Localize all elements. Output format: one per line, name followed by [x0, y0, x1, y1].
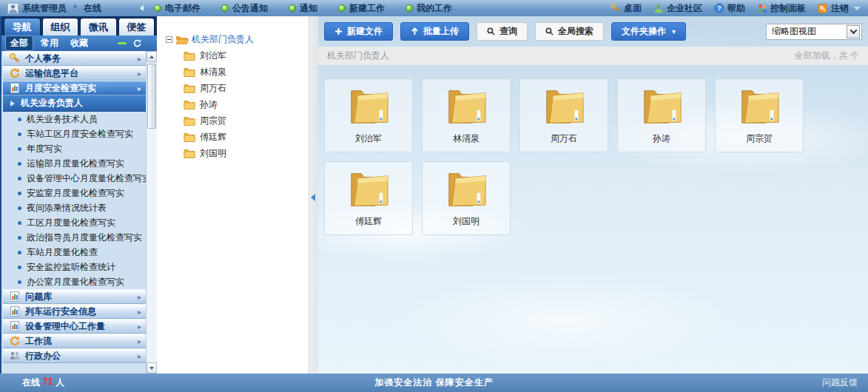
sidebar-menu-row[interactable]: 运输部月度量化检查写实 ▸ [3, 156, 146, 171]
topbar-menu-item[interactable]: 我的工作 [406, 2, 452, 15]
folder-card[interactable]: 周万石 [519, 78, 608, 152]
sidebar-menu-label: 设备管理中心月度量化检查写实 [27, 172, 146, 185]
sidebar-menu-row[interactable]: 机关业务负责人 ▸ [3, 95, 146, 112]
minimize-icon[interactable] [118, 42, 127, 44]
sidebar-menu-row[interactable]: 年度写实 ▸ [3, 141, 146, 156]
selected-arrow-icon [10, 101, 15, 107]
toolbar-button[interactable]: 批量上传 ▾ [400, 22, 469, 41]
help-icon: ? [714, 3, 724, 13]
refresh-icon[interactable] [132, 39, 141, 48]
topbar-right-item[interactable]: ? 注销 [818, 2, 849, 15]
sidebar-menu-row[interactable]: 设备管理中心工作量 ▸ [3, 319, 146, 334]
safety-slogan: 加强安全法治 保障安全生产 [374, 376, 493, 389]
toolbar-button-label: 批量上传 [423, 25, 459, 38]
folder-grid: 刘治军 林清泉 [318, 65, 868, 249]
topbar-menu-item[interactable]: 新建工作 [338, 2, 385, 15]
sidebar-menu-row[interactable]: 个人事务 ▸ [3, 51, 146, 66]
scroll-down-button[interactable] [147, 362, 157, 374]
folder-icon [184, 84, 195, 93]
sidebar-menu-row[interactable]: 问题库 ▸ [3, 289, 146, 304]
sidebar-menu-label: 运输信息平台 [25, 67, 78, 80]
topbar-right-item[interactable]: ? 桌面 [610, 2, 642, 15]
tree-node[interactable]: 周宗贺 [157, 112, 309, 129]
sidebar-menu-row[interactable]: 夜间添乘情况统计表 ▸ [3, 200, 146, 215]
sidebar-scrollbar[interactable] [146, 51, 157, 374]
folder-card[interactable]: 周宗贺 [715, 78, 804, 152]
topbar-right-item[interactable]: ? 控制面板 [757, 2, 806, 15]
tree-node[interactable]: 刘国明 [157, 145, 309, 161]
sidebar-menu-row[interactable]: 运输信息平台 ▸ [3, 66, 146, 81]
tree-node[interactable]: 傅廷辉 [157, 129, 309, 145]
sidebar-menu-row[interactable]: 列车运行安全信息 ▸ [3, 304, 146, 319]
topbar-right-item[interactable]: ? 帮助 [714, 2, 745, 15]
sidebar-menu-row[interactable]: 办公室月度量化检查写实 ▸ [3, 274, 146, 289]
topbar-right-item[interactable]: ? 企业社区 [653, 2, 702, 15]
scroll-up-button[interactable] [147, 51, 157, 62]
sidebar-menu-row[interactable]: 安全监控监听检查统计 ▸ [3, 260, 146, 274]
sidebar-tab-label: 导航 [13, 21, 32, 34]
sidebar-tab[interactable]: 导航 [4, 18, 41, 36]
toolbar-button[interactable]: 查询 ▾ [477, 22, 528, 41]
scrollbar-thumb[interactable] [147, 64, 156, 129]
open-folder-icon [175, 35, 189, 44]
topbar-menu-item[interactable]: 电子邮件 [154, 2, 201, 15]
sidebar-tab-label: 微讯 [89, 21, 108, 34]
tree-collapse-icon[interactable] [166, 36, 172, 43]
topbar-menu-label: 我的工作 [417, 2, 452, 15]
chevron-right-icon: ▸ [138, 337, 141, 345]
collapse-left-icon[interactable] [140, 5, 144, 11]
chart-icon [9, 82, 21, 94]
sidebar-subtab[interactable]: 全部 [5, 36, 33, 51]
view-mode-select[interactable]: 缩略图视图 [766, 24, 862, 40]
sidebar-menu-row[interactable]: 机关业务技术人员 ▸ [3, 112, 146, 126]
sidebar-tab[interactable]: 便签 [118, 18, 155, 36]
online-status-label: 在线 [84, 2, 101, 15]
sidebar-menu-row[interactable]: 车站月度量化检查 ▸ [3, 245, 146, 260]
tree-root-node[interactable]: 机关部门负责人 [157, 31, 309, 47]
collapse-panel-icon[interactable] [311, 194, 315, 201]
sidebar-tab[interactable]: 组织 [42, 18, 79, 36]
panel-splitter[interactable] [309, 16, 318, 374]
feedback-link[interactable]: 问题反馈 [822, 376, 858, 389]
sidebar-menu-row[interactable]: 安监室月度量化检查写实 ▸ [3, 186, 146, 200]
sidebar-menu-row[interactable]: 工作流 ▸ [3, 334, 146, 348]
toolbar-button[interactable]: 新建文件 ▾ [324, 22, 393, 41]
sidebar-subtab[interactable]: 收藏 [66, 36, 92, 50]
sidebar-menu-row[interactable]: 设备管理中心月度量化检查写实 ▸ [3, 171, 146, 186]
tree-node[interactable]: 周万石 [157, 80, 309, 96]
topbar-menu-item[interactable]: 通知 [289, 2, 317, 15]
folder-card[interactable]: 孙涛 [617, 78, 706, 152]
topbar-menu-item[interactable]: 公告通知 [221, 2, 268, 15]
topbar-dropdown-caret-icon[interactable] [853, 7, 861, 10]
folder-icon [184, 51, 195, 61]
toolbar-button[interactable]: 全局搜索 ▾ [535, 22, 604, 41]
sidebar-menu-row[interactable]: 车站工区月度安全检查写实 ▸ [3, 126, 146, 141]
folder-card[interactable]: 刘治军 [324, 78, 413, 152]
sidebar-menu-row[interactable]: 政治指导员月度量化检查写实 ▸ [3, 230, 146, 245]
bullet-icon [18, 177, 21, 180]
topbar-menu-label: 新建工作 [349, 2, 385, 15]
folder-card[interactable]: 刘国明 [422, 161, 511, 235]
folder-card[interactable]: 林清泉 [422, 78, 511, 152]
toolbar-button[interactable]: 文件夹操作 ▾ [611, 22, 686, 41]
sidebar-menu-row[interactable]: 行政办公 ▸ [3, 348, 146, 363]
sidebar-menu-row[interactable]: 月度安全检查写实 ▸ [3, 81, 146, 95]
tree-node[interactable]: 孙涛 [157, 96, 309, 112]
plus-icon [334, 27, 343, 36]
sidebar-subtab[interactable]: 常用 [36, 36, 63, 50]
big-folder-icon [346, 169, 391, 210]
folder-card[interactable]: 傅廷辉 [324, 161, 413, 235]
search-icon [545, 27, 554, 36]
select-dropdown-button[interactable] [847, 25, 860, 38]
keys-icon [9, 53, 21, 64]
tree-node[interactable]: 刘治军 [157, 47, 309, 64]
sidebar-tab[interactable]: 微讯 [80, 18, 117, 36]
sidebar-menu-label: 机关业务技术人员 [27, 113, 98, 126]
bullet-icon [18, 147, 21, 151]
sidebar-subtabs: 全部 常用 收藏 [1, 36, 157, 51]
tree-node[interactable]: 林清泉 [157, 64, 309, 80]
sidebar-menu-label: 问题库 [25, 291, 52, 303]
big-folder-icon [639, 86, 684, 127]
sidebar-subtab-label: 全部 [10, 38, 28, 48]
sidebar-menu-row[interactable]: 工区月度量化检查写实 ▸ [3, 215, 146, 230]
